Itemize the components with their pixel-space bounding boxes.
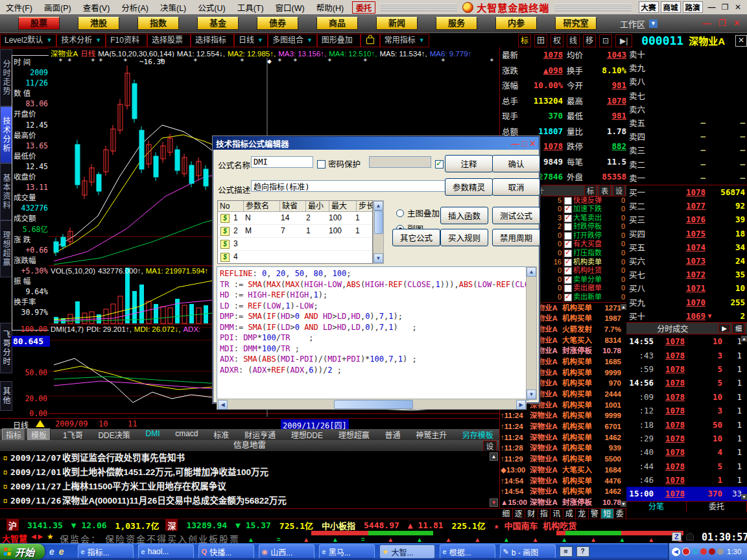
ticker-row[interactable]: ↑14:54 深物业A 机构买单 1462 [500, 486, 626, 497]
taskbar-task[interactable]: e根据... [440, 544, 495, 559]
alert-checkbox[interactable] [564, 294, 572, 301]
scroll-right-icon[interactable]: ▶ [516, 400, 526, 410]
index-item[interactable]: ★ 中国南车 机构吃货 [494, 519, 576, 531]
tray-security-icon[interactable] [709, 548, 715, 555]
scroll-up-icon[interactable]: ▲ [527, 267, 536, 277]
keyboard-tray-icon[interactable]: ⌗ [560, 546, 573, 557]
other-formula-button[interactable]: 其它公式 [392, 229, 440, 246]
collapse-tray-icon[interactable]: ◀ [672, 548, 680, 556]
toolbar-button[interactable]: 日线▼ [234, 34, 268, 47]
quote-tab[interactable]: 警 [589, 509, 602, 519]
test-formula-button[interactable]: 测试公式 [492, 207, 540, 224]
alert-checkbox[interactable] [564, 197, 572, 205]
news-scroll-up-icon[interactable]: ▲ [490, 452, 498, 461]
index-item[interactable]: 3141.35 [27, 520, 63, 530]
chart-tool-icon[interactable]: 线 [567, 34, 580, 47]
formula-name-input[interactable] [251, 156, 313, 168]
ticker-row[interactable]: ▲15:00 深物业A 封涨停板 10.78 [500, 497, 626, 508]
taskbar-task[interactable]: e指标... [78, 544, 134, 559]
alert-checkbox[interactable] [564, 276, 572, 284]
formula-desc-input[interactable] [251, 180, 451, 192]
quote-tab[interactable]: 龙 [576, 509, 589, 519]
alert-checkbox[interactable] [564, 240, 572, 248]
tray-qvod-icon[interactable] [682, 548, 690, 555]
scroll-up-icon[interactable]: ▲ [374, 201, 383, 211]
alarm-bell-icon[interactable] [686, 533, 694, 541]
corner-button[interactable]: 路演 [683, 1, 703, 13]
quote-tab[interactable]: 财 [525, 509, 538, 519]
folder-quicklaunch-icon[interactable]: e [59, 546, 64, 557]
menu-item[interactable]: 查看(V) [77, 1, 116, 14]
ticker-row[interactable]: ↑11:24 深物业A 机构买单 1462 [500, 432, 626, 443]
alert-checkbox[interactable] [564, 259, 572, 266]
corner-button[interactable]: 大赛 [639, 1, 659, 13]
market-tab[interactable]: 新闻 [376, 17, 418, 30]
toolbar-button[interactable]: 图形叠加 [317, 34, 361, 47]
dialog-title-bar[interactable]: 技术指标公式编辑器 — □ ✕ [213, 137, 539, 150]
code-hscrollbar[interactable]: ◀ ▶ [217, 399, 527, 410]
panel-mode-button[interactable]: 模板 [27, 428, 51, 441]
tape-play-icon[interactable]: ▶ [718, 324, 730, 332]
quote-tab[interactable]: 讯 [551, 509, 563, 519]
taskbar-task[interactable]: ehaol... [138, 544, 194, 559]
index-item[interactable]: ▼ 12.06 [71, 520, 107, 530]
chart-tool-icon[interactable]: 田 [534, 34, 547, 47]
tray-shield-icon[interactable] [700, 548, 707, 555]
news-item[interactable]: ¤ 2009/11/27 上梅林11500平方米工业用地存在权属争议 [0, 480, 499, 494]
input-method-icon[interactable]: Z [672, 532, 682, 541]
tray-msn-icon[interactable] [692, 548, 698, 555]
menu-item[interactable]: 公式(U) [192, 1, 231, 14]
indicator-tab[interactable]: 另存模板 [456, 429, 499, 440]
toolbar-button[interactable]: 选择股票 [147, 34, 191, 47]
ok-button[interactable]: 确认 [492, 155, 540, 172]
indicator-tab[interactable]: 神鹫主升 [410, 429, 453, 440]
ticker-scroll-down-icon[interactable]: ▼ [621, 501, 626, 507]
buy-rule-button[interactable]: 买入规则 [440, 229, 488, 246]
radio-main-overlay[interactable]: 主图叠加 [396, 207, 440, 219]
spirit-settings-button[interactable]: 设 [613, 185, 625, 196]
sidebar-tab-other[interactable]: 其他 [0, 381, 12, 411]
news-item[interactable]: ¤ 2009/12/07 收到证监会行政处罚事先告知书 [0, 451, 499, 465]
market-tab[interactable]: 基金 [197, 17, 239, 30]
toolbar-button[interactable]: 技术分析▼ [56, 34, 106, 47]
scroll-down-icon[interactable]: ▼ [374, 253, 383, 263]
index-item[interactable]: 沪 [6, 519, 19, 531]
menu-item[interactable]: 分析(A) [115, 1, 154, 14]
spirit-table-button[interactable]: 表 [599, 185, 611, 196]
alert-checkbox[interactable] [564, 232, 572, 240]
sidebar-tab-fundamental[interactable]: 基本资料 [0, 163, 12, 220]
alert-checkbox[interactable] [564, 215, 572, 222]
alert-checkbox[interactable] [564, 223, 572, 231]
param-row[interactable]: $4 [218, 251, 372, 264]
sidebar-tab-feige[interactable]: 飞哥分时 [0, 323, 12, 373]
ticker-arrows-icon[interactable]: ◀ ▶ [31, 533, 43, 540]
indicator-tab[interactable]: 普通 [379, 429, 406, 440]
scrolling-headline[interactable]: 保监会： 保险资金不得买入创业板股票 [60, 532, 240, 543]
password-protect-checkbox[interactable]: 密码保护 [317, 158, 361, 170]
toolbar-button-common-indicators[interactable]: 常用指标▼ [380, 34, 429, 47]
market-tab[interactable]: 服务 [436, 17, 477, 30]
param-wizard-button[interactable]: 参数精灵 [445, 178, 493, 196]
tape-detail-button[interactable]: 细 [732, 323, 745, 334]
menu-item[interactable]: 窗口(W) [270, 1, 311, 14]
scroll-left-icon[interactable]: ◀ [218, 400, 228, 410]
market-tab[interactable]: 内参 [495, 17, 537, 30]
taskbar-task[interactable]: ★大智... [379, 544, 435, 559]
toolbar-button[interactable]: 多图组合▼ [268, 34, 317, 47]
quote-tab[interactable]: 逐 [513, 509, 526, 519]
chart-tool-icon[interactable]: 权 [551, 34, 563, 47]
corner-button[interactable]: 商城 [661, 1, 681, 13]
child-window-controls[interactable]: — ❐ ✕ [702, 18, 743, 28]
cancel-button[interactable]: 取消 [492, 178, 540, 196]
param-row[interactable]: $1 N14 21001 [218, 212, 372, 225]
index-item[interactable]: 725.1亿 [279, 519, 313, 531]
taskbar-task[interactable]: ◉山西... [259, 544, 314, 559]
param-row[interactable]: $2 M7 11001 [218, 225, 372, 238]
menu-item[interactable]: 文件(F) [0, 1, 38, 14]
window-controls[interactable]: — ❐ ✕ [708, 3, 743, 12]
indicator-tab[interactable]: 1飞哥 [57, 429, 89, 440]
alert-checkbox[interactable] [564, 205, 572, 213]
news-item[interactable]: ¤ 2009/12/01 收到土地补偿款1451.22万元,可能增加净收益100… [0, 465, 499, 480]
index-item[interactable]: 1,031.7亿 [115, 519, 160, 531]
scroll-down-icon[interactable]: ▼ [527, 390, 536, 399]
